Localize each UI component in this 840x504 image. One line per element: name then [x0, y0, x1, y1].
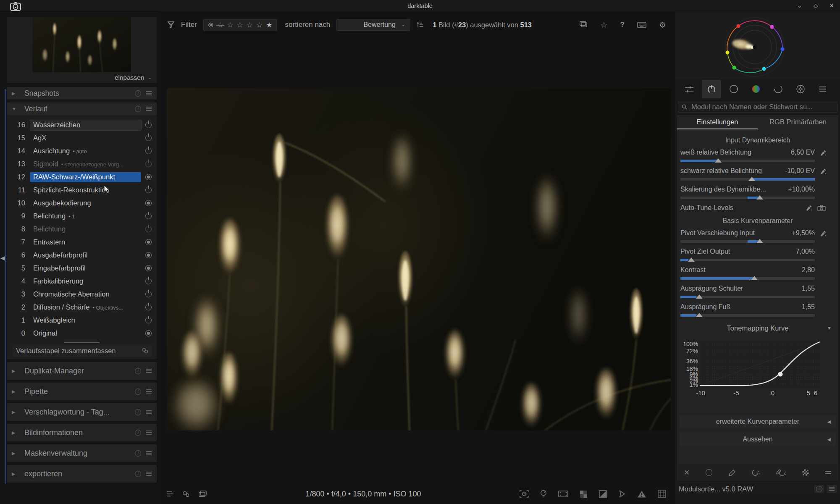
history-step-label-box[interactable]: Wasserzeichen — [30, 120, 141, 130]
slider-white-relative-exposure[interactable]: weiß relative Belichtung6,50 EV — [677, 145, 838, 164]
module-state-icon[interactable] — [145, 174, 152, 180]
module-state-icon[interactable] — [145, 239, 152, 245]
snapshots-header[interactable]: ▶ Snapshots i — [7, 87, 157, 100]
history-step-label-box[interactable]: Sigmoid • szenenbezogene Vorg... — [30, 159, 141, 169]
filter-funnel-icon[interactable] — [167, 21, 175, 29]
history-step-label-box[interactable]: Weißabgleich — [30, 315, 141, 326]
history-step-label-box[interactable]: Ausgabefarbprofil — [30, 250, 141, 260]
tonemapping-curve-graph[interactable]: 100% 72% 36% 18% 9% 4% 2% 1% -10 -5 0 5 … — [680, 335, 838, 396]
reset-info-icon[interactable]: i — [135, 368, 141, 374]
image-canvas[interactable] — [167, 88, 671, 430]
history-step-label-box[interactable]: Belichtung • 1 — [30, 211, 141, 221]
history-step-label-box[interactable]: Belichtung — [30, 224, 141, 234]
slider-handle[interactable] — [696, 291, 703, 299]
history-item[interactable]: 2 Diffusion / Schärfe • Objektivs... — [7, 301, 157, 314]
module-search-input[interactable] — [690, 102, 834, 111]
tab-einstellungen[interactable]: Einstellungen — [677, 115, 758, 129]
module-state-icon[interactable] — [145, 291, 152, 297]
history-step-label-box[interactable]: Ausrichtung • auto — [30, 146, 141, 156]
star-outline-icon[interactable]: ☆ — [237, 21, 243, 29]
star-outline-icon[interactable]: ☆ — [256, 21, 262, 29]
star-outline-icon[interactable]: ☆ — [227, 21, 233, 29]
eyedropper-icon[interactable] — [820, 168, 827, 175]
tonemapping-curve-header[interactable]: Tonemapping Kurve ▼ — [677, 322, 838, 334]
slider-handle[interactable] — [751, 273, 758, 280]
history-step-label-box[interactable]: Original — [30, 328, 141, 339]
slider-dynamic-range-scaling[interactable]: Skalierung des Dynamikbe...+10,00% — [677, 182, 838, 201]
mask-parametric-icon[interactable] — [752, 469, 760, 476]
reset-info-icon[interactable]: i — [135, 106, 141, 112]
history-item[interactable]: 9 Belichtung • 1 — [7, 210, 157, 223]
color-group-icon[interactable] — [746, 80, 766, 98]
reset-info-icon[interactable]: i — [135, 430, 141, 436]
slider-handle[interactable] — [756, 192, 763, 200]
slider-pivot-shift-input[interactable]: Pivot Verschiebung Input+9,50% — [677, 226, 838, 244]
blend-options-icon[interactable] — [825, 470, 832, 475]
module-search[interactable] — [678, 101, 837, 113]
history-item[interactable]: 4 Farbkalibrierung — [7, 275, 157, 288]
slider-contrast[interactable]: Kontrast2,80 — [677, 263, 838, 281]
rating-filter[interactable]: ⊗ ☆ ☆ ☆ ☆ ☆ ★ — [203, 19, 277, 31]
module-state-icon[interactable] — [145, 148, 152, 154]
mask-uniform-icon[interactable] — [706, 469, 712, 476]
mask-drawn-icon[interactable] — [729, 469, 736, 476]
module-state-icon[interactable] — [145, 200, 152, 206]
module-state-icon[interactable] — [145, 278, 152, 284]
module-state-icon[interactable] — [145, 317, 152, 323]
history-item[interactable]: 12 RAW-Schwarz-/Weißpunkt — [7, 171, 157, 184]
slider-shoulder-emphasis[interactable]: Ausprägung Schulter1,55 — [677, 281, 838, 300]
utility-module-header[interactable]: ▶ Bildinformationen i — [7, 424, 157, 441]
iso12646-lightbulb-icon[interactable] — [540, 490, 547, 499]
zoom-fit-dropdown[interactable]: einpassen ⌄ — [115, 74, 152, 81]
left-scrollbar[interactable] — [5, 89, 6, 484]
navigation-panel[interactable]: einpassen ⌄ — [7, 17, 157, 83]
history-item[interactable]: 13 Sigmoid • szenenbezogene Vorg... — [7, 158, 157, 171]
camera-icon[interactable] — [817, 205, 826, 211]
basic-group-icon[interactable] — [724, 80, 743, 98]
slider-handle[interactable] — [748, 173, 755, 181]
presets-menu-icon[interactable] — [827, 485, 837, 493]
maximize-button[interactable]: ◇ — [814, 3, 818, 9]
mask-drawn-parametric-icon[interactable] — [776, 469, 786, 476]
presets-menu-icon[interactable] — [146, 91, 152, 92]
auto-tune-levels-row[interactable]: Auto-Tune-Levels — [677, 202, 838, 213]
history-item[interactable]: 8 Belichtung — [7, 223, 157, 236]
reset-info-icon[interactable]: i — [135, 471, 141, 477]
slider-foot-emphasis[interactable]: Ausprägung Fuß1,55 — [677, 300, 838, 318]
navigation-thumbnail[interactable] — [32, 17, 131, 72]
reset-info-icon[interactable]: i — [135, 409, 141, 415]
history-step-label-box[interactable]: Ausgabekodierung — [30, 198, 141, 208]
utility-module-header[interactable]: ▶ Maskenverwaltung i — [7, 444, 157, 462]
history-item[interactable]: 16 Wasserzeichen — [7, 118, 157, 131]
slider-handle[interactable] — [688, 254, 695, 262]
correction-group-icon[interactable] — [769, 80, 788, 98]
overlays-star-icon[interactable]: ☆ — [601, 20, 608, 30]
minimize-button[interactable]: ⌄ — [797, 3, 802, 9]
module-state-icon[interactable] — [145, 226, 152, 232]
reset-info-icon[interactable]: i — [135, 388, 141, 395]
history-item[interactable]: 7 Entrastern — [7, 236, 157, 249]
reset-info-icon[interactable]: i — [135, 450, 141, 457]
tab-rgb-primaerfarben[interactable]: RGB Primärfarben — [758, 115, 838, 129]
overexposure-icon[interactable] — [599, 490, 607, 498]
mask-off-icon[interactable]: ✕ — [684, 468, 690, 477]
module-state-icon[interactable] — [145, 252, 152, 258]
mask-raster-icon[interactable] — [802, 469, 809, 476]
slider-handle[interactable] — [696, 310, 703, 317]
module-state-icon[interactable] — [145, 122, 152, 128]
module-state-icon[interactable] — [145, 304, 152, 310]
presets-menu-icon[interactable] — [146, 107, 152, 108]
history-step-label-box[interactable]: AgX — [30, 133, 141, 143]
presets-menu-icon[interactable] — [146, 430, 152, 431]
history-step-label-box[interactable]: Farbkalibrierung — [30, 276, 141, 286]
star-strikethrough-icon[interactable]: ☆ — [217, 21, 223, 29]
history-item[interactable]: 5 Eingabefarbprofil — [7, 262, 157, 275]
snapshot-frame-icon[interactable] — [558, 491, 568, 497]
history-item[interactable]: 10 Ausgabekodierung — [7, 197, 157, 210]
shortcuts-keyboard-icon[interactable] — [637, 22, 646, 28]
utility-module-header[interactable]: ▶ Pipette i — [7, 383, 157, 400]
reset-info-icon[interactable]: i — [135, 90, 141, 97]
history-item[interactable]: 0 Original — [7, 327, 157, 340]
overlap-circles-icon[interactable] — [182, 491, 190, 497]
close-button[interactable]: ✕ — [830, 3, 834, 9]
